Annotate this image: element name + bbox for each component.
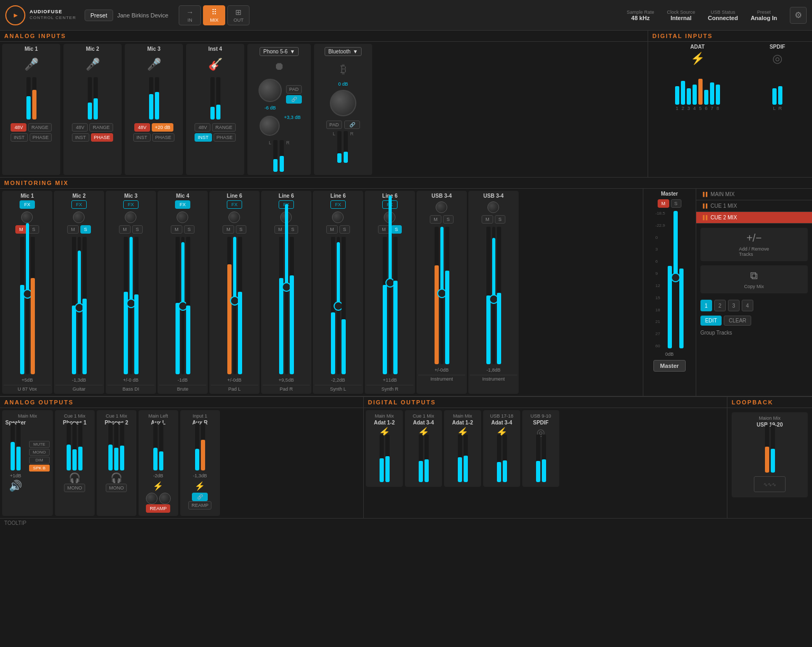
mon-line1-fader-track[interactable]	[233, 237, 236, 374]
mon-line3-fader-track[interactable]	[337, 237, 340, 374]
cue1-mix-tab[interactable]: ▐▐ CUE 1 MIX	[696, 200, 812, 212]
mon-usb2-fader-track[interactable]	[492, 227, 495, 364]
bluetooth-link-btn[interactable]: 🔗	[344, 121, 360, 129]
mon-mic1-s[interactable]: S	[29, 225, 39, 234]
mon-line4-fader-track[interactable]	[389, 237, 392, 374]
inst4-phase-btn[interactable]: PHASE	[214, 133, 236, 142]
phones2-fader[interactable]	[108, 423, 113, 470]
auxr-link-btn[interactable]: 🔗	[192, 493, 208, 501]
master-m-btn[interactable]: M	[658, 199, 669, 208]
mon-mic3-s[interactable]: S	[132, 225, 143, 234]
mic1-phase-btn[interactable]: PHASE	[30, 133, 52, 142]
mic2-phase-btn[interactable]: PHASE	[91, 133, 114, 142]
group-4[interactable]: 4	[742, 300, 753, 311]
mon-mic4-m[interactable]: M	[171, 225, 182, 234]
device-model[interactable]: Preset	[85, 10, 113, 21]
mon-mic4-fx[interactable]: FX	[175, 200, 191, 209]
settings-button[interactable]: ⚙	[790, 7, 807, 24]
mon-line2-fader-track[interactable]	[285, 237, 288, 374]
phones2-mono-btn[interactable]: MONO	[106, 484, 127, 492]
mon-line4-m[interactable]: M	[378, 225, 390, 234]
auxl-reamp-btn[interactable]: REAMP	[146, 504, 170, 513]
mic2-range-btn[interactable]: RANGE	[89, 123, 113, 132]
mon-mic3-pan-knob[interactable]	[125, 211, 136, 223]
mon-usb2-m[interactable]: M	[482, 215, 493, 224]
clear-button[interactable]: CLEAR	[724, 316, 751, 326]
speaker-dim-btn[interactable]: DIM	[29, 457, 50, 464]
mon-mic2-m[interactable]: M	[67, 225, 79, 234]
main-mix-tab[interactable]: ▐▐ MAIN MIX	[696, 189, 812, 200]
mon-line1-fx[interactable]: FX	[227, 200, 243, 209]
mon-line1-pan-knob[interactable]	[228, 211, 240, 223]
mon-usb1-fader-track[interactable]	[440, 227, 444, 364]
mic1-inst-btn[interactable]: INST	[11, 133, 28, 142]
inst4-48v-btn[interactable]: 48V	[195, 123, 210, 132]
group-3[interactable]: 3	[728, 300, 740, 311]
phones1-fader[interactable]	[67, 423, 71, 470]
mon-line2-s[interactable]: S	[288, 225, 298, 234]
speaker-mono-btn[interactable]: MONO	[29, 449, 50, 456]
mic2-48v-btn[interactable]: 48V	[72, 123, 88, 132]
mon-mic3-fader-track[interactable]	[130, 237, 133, 374]
auxl-pan-knob2[interactable]	[159, 493, 171, 504]
transport-mix[interactable]: ⠿ MIX	[203, 5, 225, 25]
mon-usb2-pan-knob[interactable]	[487, 201, 499, 213]
mon-line3-m[interactable]: M	[326, 225, 338, 234]
mon-line4-s[interactable]: S	[391, 225, 402, 234]
mon-line3-pan-knob[interactable]	[332, 211, 344, 223]
mic1-range-btn[interactable]: RANGE	[28, 123, 51, 132]
transport-in[interactable]: → IN	[179, 5, 201, 25]
mon-usb1-m[interactable]: M	[430, 215, 441, 224]
phono-link-btn[interactable]: 🔗	[286, 95, 302, 104]
phono-gain-knob[interactable]	[259, 79, 282, 102]
phono-selector[interactable]: Phono 5-6 ▼	[260, 47, 299, 56]
master-s-btn[interactable]: S	[671, 199, 681, 208]
mon-line2-m[interactable]: M	[274, 225, 286, 234]
mon-line3-fx[interactable]: FX	[330, 200, 346, 209]
mic3-phase-btn[interactable]: PHASE	[152, 133, 175, 142]
mon-mic4-s[interactable]: S	[184, 225, 195, 234]
add-remove-tracks-btn[interactable]: +/− Add / RemoveTracks	[700, 228, 808, 261]
group-1[interactable]: 1	[700, 300, 712, 311]
mon-mic1-pan-knob[interactable]	[21, 211, 33, 223]
mic2-inst-btn[interactable]: INST	[72, 133, 89, 142]
speaker-mute-btn[interactable]: MUTE	[29, 441, 50, 448]
inst4-range-btn[interactable]: RANGE	[212, 123, 235, 132]
auxr-reamp-btn[interactable]: REAMP	[188, 501, 211, 510]
mon-mic2-s[interactable]: S	[80, 225, 91, 234]
mon-mic1-fx[interactable]: FX	[20, 200, 35, 209]
mon-line3-s[interactable]: S	[339, 225, 350, 234]
bluetooth-pad-btn[interactable]: PAD	[326, 121, 342, 129]
mon-mic1-fader-track[interactable]	[26, 237, 29, 374]
mon-usb2-s[interactable]: S	[495, 215, 505, 224]
mon-line1-s[interactable]: S	[236, 225, 246, 234]
mon-usb1-pan-knob[interactable]	[436, 201, 447, 213]
mic3-48v-btn[interactable]: 48V	[134, 123, 150, 132]
mon-usb1-s[interactable]: S	[443, 215, 454, 224]
mon-mic1-m[interactable]: M	[15, 225, 27, 234]
mic3-20db-btn[interactable]: +20 dB	[152, 123, 173, 132]
mic3-inst-btn[interactable]: INST	[133, 133, 151, 142]
mon-mic4-fader-track[interactable]	[181, 237, 184, 374]
group-2[interactable]: 2	[714, 300, 726, 311]
phones1-mono-btn[interactable]: MONO	[64, 484, 85, 492]
edit-button[interactable]: EDIT	[700, 316, 722, 326]
mon-mic2-fx[interactable]: FX	[71, 200, 87, 209]
mon-mic2-fader-track[interactable]	[78, 237, 81, 374]
mon-line1-m[interactable]: M	[223, 225, 234, 234]
master-fader-track[interactable]	[673, 211, 678, 348]
speaker-fader[interactable]	[11, 423, 15, 470]
mon-mic2-pan-knob[interactable]	[73, 211, 85, 223]
mon-mic3-m[interactable]: M	[119, 225, 131, 234]
transport-out[interactable]: ⊞ OUT	[227, 5, 250, 25]
bluetooth-selector[interactable]: Bluetooth ▼	[325, 47, 362, 56]
bluetooth-gain-knob[interactable]	[330, 90, 356, 116]
copy-mix-btn[interactable]: ⧉ Copy Mix	[700, 265, 808, 293]
mon-mic4-pan-knob[interactable]	[177, 211, 188, 223]
auxl-pan-knob[interactable]	[146, 493, 158, 504]
auxl-fader[interactable]	[153, 423, 158, 470]
cue2-mix-tab[interactable]: ▐▐ CUE 2 MIX	[696, 212, 812, 224]
inst4-inst-btn[interactable]: INST	[195, 133, 212, 142]
phono-pad-btn[interactable]: PAD	[286, 85, 302, 94]
phono-trim-knob[interactable]	[260, 116, 280, 136]
